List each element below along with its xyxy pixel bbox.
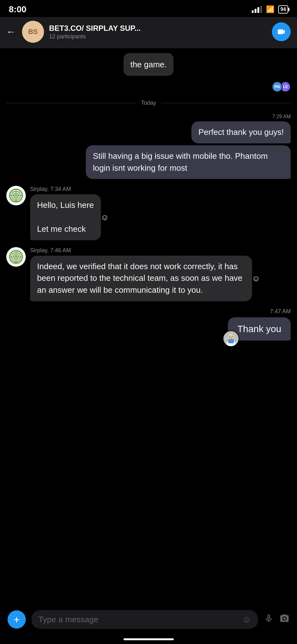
incoming-content-1: Sirplay, 7:34 AM Hello, Luis hereLet me … [30,186,252,240]
thank-you-section: 7:47 AM Thank you [6,308,291,341]
reaction-icon-1: ☺ [101,212,109,222]
messages-area: the game. RN LE Today 7:29 AM Perfect th… [0,48,297,390]
video-call-button[interactable] [272,22,291,41]
svg-point-23 [229,336,230,337]
svg-rect-21 [228,339,234,343]
chat-participants: 12 participants [49,33,267,40]
date-text: Today [141,100,156,106]
plus-icon: + [14,613,20,626]
incoming-text-2: Indeed, we verified that it does not wor… [37,262,242,295]
signal-icon [252,6,262,13]
reaction-icon-2: ☺ [252,274,260,283]
signal-bar-1 [252,10,254,13]
reaction-avatar [223,330,239,347]
sirplay-logo-2: cpla [8,249,24,265]
svg-text:cpla: cpla [14,199,18,201]
incoming-bubble-1: Hello, Luis hereLet me check [30,194,101,240]
outgoing-time-1: 7:29 AM [272,114,291,119]
outgoing-message-1: 7:29 AM Perfect thank you guys! [6,114,291,143]
outgoing-text-2: Still having a big issue with mobile tho… [93,151,267,173]
date-line-left [6,103,136,103]
svg-text:cpla: cpla [14,261,18,263]
signal-bar-3 [257,7,259,13]
battery-level: 94 [280,7,286,12]
signal-bar-4 [260,6,262,13]
incoming-content-2: Sirplay, 7:46 AM Indeed, we verified tha… [30,247,252,301]
home-indicator [124,638,174,640]
emoji-input-icon[interactable]: ☺ [242,614,251,625]
back-button[interactable]: ← [6,26,16,37]
svg-point-24 [232,336,233,337]
incoming-message-1: cpla Sirplay, 7:34 AM Hello, Luis hereLe… [6,186,291,240]
partial-message-text: the game. [130,60,167,69]
group-avatar: BS [22,21,44,43]
sender-info-1: Sirplay, 7:34 AM [30,186,252,192]
svg-point-22 [228,334,234,339]
thank-you-bubble-container: Thank you [228,317,291,341]
thank-you-time: 7:47 AM [270,308,291,315]
status-icons: 📶 94 [252,5,288,14]
partial-avatars: RN LE [6,81,291,92]
camera-svg [279,613,289,624]
date-separator: Today [6,100,291,106]
outgoing-message-2: Still having a big issue with mobile tho… [6,145,291,179]
battery-indicator: 94 [278,5,288,14]
chat-header: ← BS BET3.CO/ SIRPLAY SUP... 12 particip… [0,17,297,48]
reaction-person-icon [223,330,239,347]
sirplay-avatar-1: cpla [6,186,26,205]
date-line-right [161,103,291,103]
avatar-rn: RN [272,81,283,92]
partial-message-bubble: the game. [124,53,174,76]
group-initials: BS [28,28,38,36]
input-placeholder: Type a message [38,615,238,625]
video-icon [277,27,286,36]
mic-svg [264,613,274,624]
outgoing-text-1: Perfect thank you guys! [198,127,284,137]
sirplay-avatar-2: cpla [6,247,26,267]
signal-bar-2 [255,9,256,13]
sirplay-logo-1: cpla [8,188,24,203]
camera-icon[interactable] [279,613,289,626]
chat-name: BET3.CO/ SIRPLAY SUP... [49,24,267,33]
plus-button[interactable]: + [8,610,26,629]
thank-you-text: Thank you [237,324,281,334]
outgoing-bubble-2: Still having a big issue with mobile tho… [86,145,291,179]
message-input-field[interactable]: Type a message ☺ [31,610,258,629]
status-time: 8:00 [9,4,26,14]
outgoing-bubble-1: Perfect thank you guys! [191,121,291,143]
status-bar: 8:00 📶 94 [0,0,297,17]
incoming-message-2: cpla Sirplay, 7:46 AM Indeed, we verifie… [6,247,291,301]
microphone-icon[interactable] [264,613,274,626]
incoming-bubble-2: Indeed, we verified that it does not wor… [30,256,252,301]
sender-info-2: Sirplay, 7:46 AM [30,247,252,254]
chat-info: BET3.CO/ SIRPLAY SUP... 12 participants [49,24,267,40]
wifi-icon: 📶 [266,5,274,14]
